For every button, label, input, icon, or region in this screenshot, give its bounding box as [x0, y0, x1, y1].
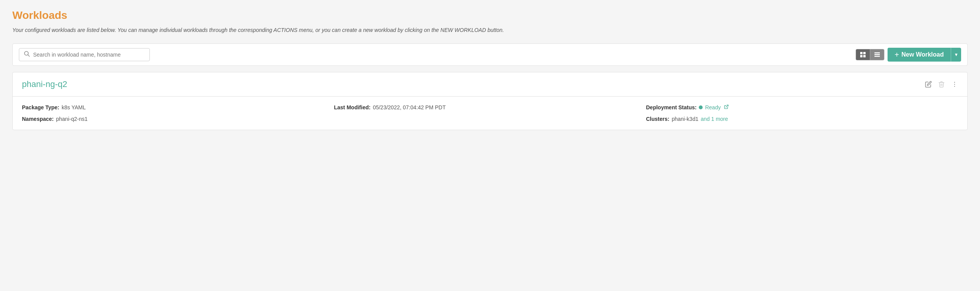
workload-name: phani-ng-q2 [22, 79, 67, 89]
svg-rect-2 [860, 52, 863, 54]
cluster-name: phani-k3d1 [672, 116, 698, 122]
last-modified-label: Last Modified: [334, 104, 371, 110]
package-type-item: Package Type: k8s YAML [22, 104, 334, 110]
new-workload-main: + New Workload [888, 48, 951, 62]
last-modified-item: Last Modified: 05/23/2022, 07:04:42 PM P… [334, 104, 646, 110]
svg-point-11 [954, 86, 955, 87]
new-workload-dropdown-arrow[interactable]: ▾ [951, 49, 961, 60]
clusters-label: Clusters: [646, 116, 670, 122]
svg-rect-8 [874, 56, 880, 57]
svg-rect-5 [863, 55, 866, 57]
more-options-icon[interactable] [951, 81, 958, 88]
workload-card: phani-ng-q2 [12, 72, 968, 130]
and-more-link[interactable]: and 1 more [701, 116, 728, 122]
deployment-status-value: Ready [699, 104, 728, 110]
status-dot [699, 105, 703, 109]
new-workload-label: New Workload [901, 51, 944, 58]
page-description: Your configured workloads are listed bel… [12, 26, 968, 34]
detail-col-left: Package Type: k8s YAML Namespace: phani-… [22, 104, 334, 122]
svg-rect-4 [860, 55, 863, 57]
svg-rect-6 [874, 52, 880, 54]
list-view-button[interactable] [870, 49, 884, 60]
edit-icon[interactable] [925, 81, 932, 88]
delete-icon[interactable] [938, 81, 945, 88]
deployment-status-item: Deployment Status: Ready [646, 104, 958, 110]
namespace-label: Namespace: [22, 116, 54, 122]
page-title: Workloads [12, 9, 968, 22]
svg-rect-7 [874, 54, 880, 55]
svg-point-10 [954, 84, 955, 85]
search-container [19, 48, 150, 61]
search-icon [24, 51, 30, 59]
view-toggle [856, 49, 884, 60]
workload-body: Package Type: k8s YAML Namespace: phani-… [13, 97, 967, 130]
new-workload-button[interactable]: + New Workload ▾ [888, 48, 961, 62]
namespace-item: Namespace: phani-q2-ns1 [22, 116, 334, 122]
package-type-label: Package Type: [22, 104, 59, 110]
namespace-value: phani-q2-ns1 [56, 116, 88, 122]
detail-col-middle: Last Modified: 05/23/2022, 07:04:42 PM P… [334, 104, 646, 122]
external-link-icon[interactable] [724, 104, 729, 110]
status-text: Ready [705, 104, 720, 110]
svg-line-1 [28, 55, 30, 57]
toolbar-right: + New Workload ▾ [856, 48, 961, 62]
last-modified-value: 05/23/2022, 07:04:42 PM PDT [373, 104, 446, 110]
search-input[interactable] [33, 52, 145, 58]
workload-actions [925, 81, 958, 88]
svg-line-12 [726, 105, 728, 107]
workload-details: Package Type: k8s YAML Namespace: phani-… [22, 104, 958, 122]
workload-header: phani-ng-q2 [13, 72, 967, 97]
svg-point-9 [954, 82, 955, 83]
grid-view-button[interactable] [856, 49, 870, 60]
new-workload-plus-icon: + [894, 51, 899, 59]
clusters-item: Clusters: phani-k3d1 and 1 more [646, 116, 958, 122]
toolbar: + New Workload ▾ [12, 43, 968, 66]
svg-rect-3 [863, 52, 866, 54]
package-type-value: k8s YAML [62, 104, 86, 110]
detail-col-right: Deployment Status: Ready [646, 104, 958, 122]
deployment-status-label: Deployment Status: [646, 104, 696, 110]
